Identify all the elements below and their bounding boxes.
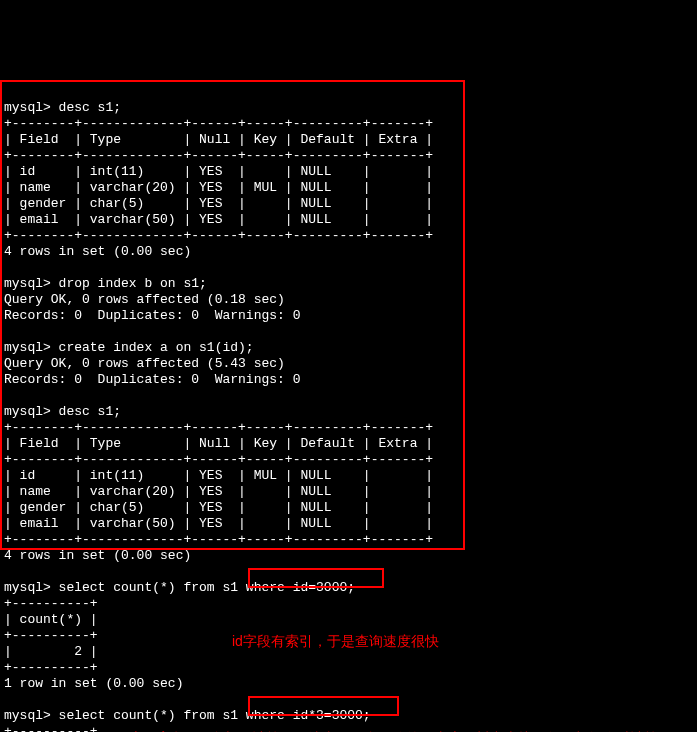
highlight-box-where1	[248, 568, 384, 588]
terminal-line: +----------+	[4, 596, 98, 611]
annotation-note-fast: id字段有索引，于是查询速度很快	[232, 632, 532, 650]
highlight-box-top	[0, 80, 465, 550]
terminal-line: | 2 |	[4, 644, 98, 659]
terminal-line: 1 row in set (0.00 sec)	[4, 676, 183, 691]
terminal-line: +----------+	[4, 724, 98, 732]
terminal-line: 4 rows in set (0.00 sec)	[4, 548, 191, 563]
terminal-line: +----------+	[4, 628, 98, 643]
terminal-line: +----------+	[4, 660, 98, 675]
terminal-output: mysql> desc s1; +--------+-------------+…	[0, 80, 697, 732]
highlight-box-where2	[248, 696, 399, 716]
terminal-line: | count(*) |	[4, 612, 98, 627]
